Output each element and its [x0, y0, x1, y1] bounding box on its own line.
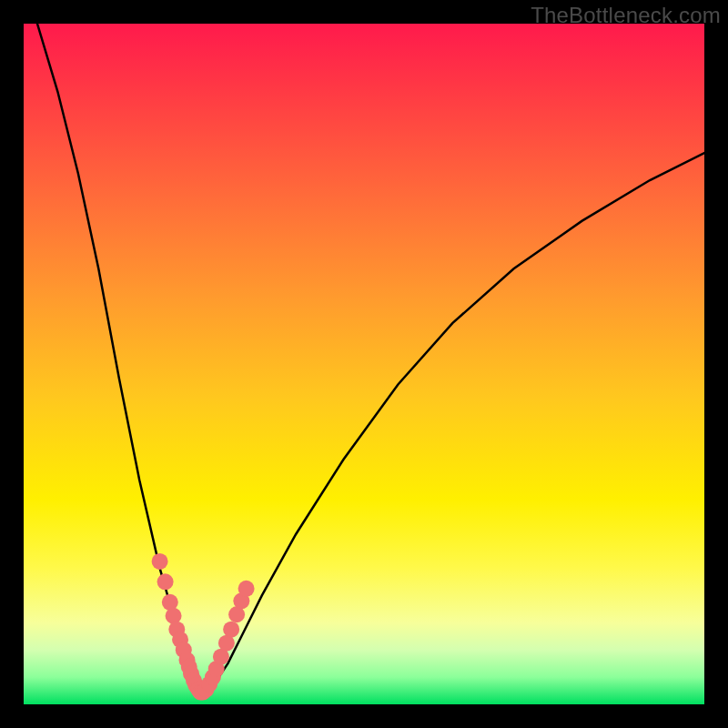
marker-dot	[192, 684, 208, 701]
marker-dot	[218, 635, 235, 652]
left-branch-curve	[37, 24, 202, 694]
marker-cluster	[152, 553, 255, 701]
marker-dot	[157, 573, 174, 590]
marker-dot	[223, 622, 239, 638]
marker-dot	[208, 661, 225, 677]
marker-dot	[213, 649, 229, 665]
marker-dot	[166, 608, 182, 624]
marker-dot	[176, 642, 192, 658]
watermark-text: TheBottleneck.com	[531, 3, 721, 28]
marker-dot	[172, 632, 188, 648]
marker-dot	[168, 622, 185, 638]
marker-dot	[233, 592, 249, 609]
marker-dot	[205, 669, 221, 685]
marker-dot	[195, 684, 211, 701]
chart-frame: TheBottleneck.com	[0, 0, 728, 728]
marker-dot	[186, 672, 202, 689]
curves-layer	[24, 24, 704, 704]
marker-dot	[152, 553, 168, 570]
marker-dot	[238, 581, 255, 597]
marker-dot	[197, 682, 214, 698]
right-branch-curve	[207, 153, 704, 694]
marker-dot	[181, 659, 197, 675]
marker-dot	[228, 606, 245, 622]
marker-dot	[187, 677, 204, 693]
marker-dot	[162, 594, 178, 611]
marker-dot	[179, 652, 196, 668]
plot-area	[24, 24, 704, 704]
marker-dot	[190, 682, 207, 698]
marker-dot	[183, 665, 199, 682]
marker-dot	[201, 676, 217, 693]
